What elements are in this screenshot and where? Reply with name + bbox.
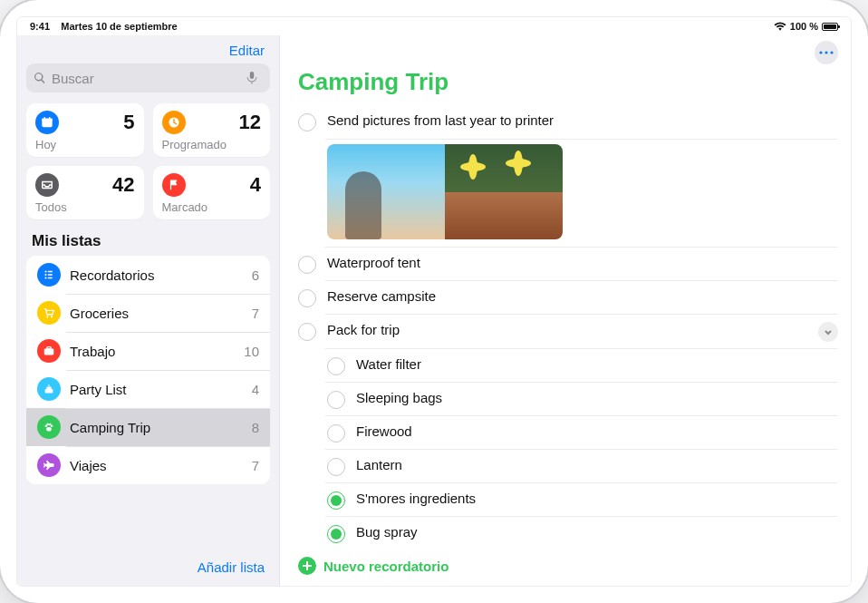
svg-rect-0: [250, 72, 254, 79]
my-lists-header: Mis listas: [26, 232, 270, 256]
smart-count: 4: [250, 173, 261, 197]
reminder-item[interactable]: Pack for trip: [298, 315, 838, 349]
list-name: Recordatorios: [70, 267, 154, 283]
reminder-item[interactable]: Firewood: [298, 416, 838, 450]
smart-count: 42: [112, 173, 134, 197]
svg-point-27: [830, 51, 833, 53]
screen: 9:41 Martes 10 de septiembre 100 % Edita…: [16, 16, 852, 587]
clock-icon: [162, 111, 186, 134]
reminder-checkbox[interactable]: [327, 525, 345, 543]
sidebar-list-viajes[interactable]: Viajes7: [26, 446, 270, 484]
smart-label: Hoy: [35, 138, 135, 151]
main-panel: Camping Trip Send pictures from last yea…: [280, 35, 851, 586]
sidebar-list-camping-trip[interactable]: Camping Trip8: [26, 408, 270, 446]
mic-icon[interactable]: [246, 71, 257, 85]
smart-label: Programado: [162, 138, 262, 151]
svg-point-25: [819, 51, 822, 53]
list-count: 8: [252, 420, 259, 435]
attachment-thumbnail[interactable]: [327, 144, 445, 239]
reminder-text[interactable]: Send pictures from last year to printer: [327, 112, 838, 128]
smart-label: Marcado: [162, 200, 262, 214]
cart-icon: [37, 301, 61, 325]
more-button[interactable]: [815, 41, 838, 64]
reminder-text[interactable]: Sleeping bags: [356, 390, 838, 405]
svg-point-24: [49, 423, 51, 425]
plane-icon: [37, 453, 61, 477]
reminders-list: Send pictures from last year to printer …: [280, 105, 851, 548]
attachment-thumbnail[interactable]: [445, 144, 563, 192]
list-name: Party List: [70, 382, 127, 397]
reminder-text[interactable]: Reserve campsite: [327, 288, 838, 304]
calendar-icon: [35, 111, 59, 134]
smart-label: Todos: [35, 200, 135, 214]
sidebar: Editar Buscar 5Hoy12Programado42Todos4Ma…: [17, 35, 280, 586]
main-footer: Nuevo recordatorio: [280, 548, 851, 586]
list-icon: [37, 263, 61, 287]
reminder-checkbox[interactable]: [298, 289, 316, 307]
reminder-text[interactable]: Waterproof tent: [327, 255, 838, 270]
reminder-item[interactable]: Bug spray: [298, 517, 838, 549]
svg-rect-11: [48, 274, 53, 275]
sidebar-footer: Añadir lista: [26, 550, 270, 579]
list-count: 7: [252, 306, 259, 321]
reminder-text[interactable]: Firewood: [356, 423, 838, 439]
sidebar-list-trabajo[interactable]: Trabajo10: [26, 332, 270, 370]
edit-button[interactable]: Editar: [229, 43, 265, 58]
svg-point-14: [51, 316, 53, 317]
reminder-item[interactable]: Waterproof tent: [298, 248, 838, 281]
smart-card-todos[interactable]: 42Todos: [26, 166, 144, 219]
reminder-checkbox[interactable]: [298, 256, 316, 274]
reminder-item[interactable]: Send pictures from last year to printer: [298, 105, 838, 139]
reminder-checkbox[interactable]: [327, 391, 345, 409]
reminder-checkbox[interactable]: [298, 323, 316, 341]
smart-card-programado[interactable]: 12Programado: [153, 103, 271, 157]
smart-card-marcado[interactable]: 4Marcado: [153, 166, 271, 219]
list-title: Camping Trip: [280, 64, 851, 105]
svg-rect-18: [46, 386, 51, 389]
battery-icon: [822, 23, 838, 31]
reminder-checkbox[interactable]: [327, 357, 345, 375]
list-name: Groceries: [70, 306, 129, 321]
reminder-attachments[interactable]: [327, 144, 563, 239]
reminder-text[interactable]: Bug spray: [356, 524, 838, 540]
reminder-text[interactable]: S'mores ingredients: [356, 491, 838, 506]
sidebar-header: Editar: [26, 39, 270, 63]
reminder-checkbox[interactable]: [298, 113, 316, 131]
reminder-text[interactable]: Water filter: [356, 356, 838, 372]
new-reminder-button[interactable]: Nuevo recordatorio: [323, 559, 448, 574]
status-left: 9:41 Martes 10 de septiembre: [30, 21, 178, 32]
reminder-item[interactable]: S'mores ingredients: [298, 483, 838, 517]
reminder-text[interactable]: Pack for trip: [327, 322, 818, 337]
list-count: 4: [252, 382, 259, 397]
search-input[interactable]: Buscar: [26, 63, 270, 92]
reminder-checkbox[interactable]: [327, 424, 345, 443]
smart-count: 5: [123, 111, 134, 134]
attachment-thumbnail[interactable]: [445, 192, 563, 240]
plus-icon[interactable]: [298, 557, 316, 575]
sidebar-list-recordatorios[interactable]: Recordatorios6: [26, 256, 270, 294]
status-time: 9:41: [30, 21, 50, 32]
reminder-item[interactable]: Water filter: [298, 349, 838, 383]
svg-rect-5: [49, 117, 51, 120]
svg-rect-17: [45, 389, 53, 393]
sidebar-list-party-list[interactable]: Party List4: [26, 370, 270, 408]
svg-rect-10: [48, 271, 53, 272]
reminder-item[interactable]: Lantern: [298, 450, 838, 483]
reminder-checkbox[interactable]: [327, 458, 345, 476]
svg-point-9: [44, 277, 46, 278]
list-count: 7: [252, 458, 259, 473]
smart-card-hoy[interactable]: 5Hoy: [26, 103, 144, 157]
reminder-item[interactable]: Reserve campsite: [298, 281, 838, 315]
paw-icon: [37, 415, 61, 439]
list-name: Camping Trip: [70, 420, 150, 435]
add-list-button[interactable]: Añadir lista: [198, 559, 265, 575]
svg-rect-3: [42, 119, 52, 122]
expand-button[interactable]: [818, 322, 838, 342]
reminder-text[interactable]: Lantern: [356, 457, 838, 472]
svg-point-20: [46, 427, 52, 432]
app-body: Editar Buscar 5Hoy12Programado42Todos4Ma…: [17, 35, 851, 586]
sidebar-list-groceries[interactable]: Groceries7: [26, 294, 270, 332]
reminder-item[interactable]: Sleeping bags: [298, 383, 838, 416]
reminder-checkbox[interactable]: [327, 491, 345, 510]
svg-point-26: [825, 51, 827, 53]
